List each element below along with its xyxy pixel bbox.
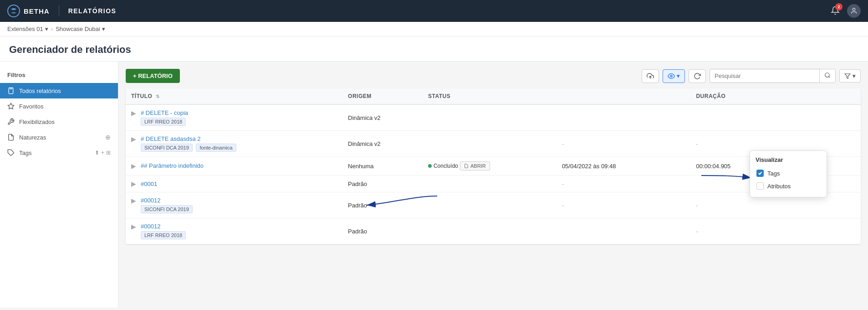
sort-icon: ⇅ (156, 94, 160, 99)
breadcrumb-separator: › (51, 26, 53, 32)
row1-duracao (690, 104, 774, 131)
sidebar-item-flexibilizados[interactable]: Flexibilizados (0, 114, 118, 129)
sidebar-label-favoritos: Favoritos (19, 103, 43, 110)
sidebar-item-todos[interactable]: Todos relatórios (0, 83, 118, 98)
row1-actions (774, 104, 861, 131)
table-row: ▶ # DELETE - copia LRF RREO 2018 Dinâmic… (126, 104, 861, 131)
breadcrumb: Extensões 01 ▾ › Showcase Dubai ▾ (0, 22, 868, 36)
play-button-6[interactable]: ▶ (131, 223, 136, 230)
checkbox-tags[interactable] (756, 170, 764, 177)
status-label: Concluído (434, 163, 458, 169)
page-header: Gerenciador de relatórios (0, 36, 868, 62)
upload-icon (647, 72, 654, 80)
report-link-2[interactable]: # DELETE asdasdsa 2 (141, 135, 201, 142)
chevron-down-icon-3: ▾ (677, 72, 680, 79)
tags-add-icon[interactable]: + (101, 150, 104, 156)
option-atributos-label: Atributos (767, 183, 791, 190)
play-button-5[interactable]: ▶ (131, 197, 136, 204)
row4-title-cell: ▶ #0001 (126, 176, 342, 192)
sidebar-item-naturezas[interactable]: Naturezas ⊕ (0, 129, 118, 145)
chevron-down-icon: ▾ (45, 26, 48, 32)
page-title: Gerenciador de relatórios (9, 44, 859, 56)
abrir-button[interactable]: ABRIR (460, 161, 490, 170)
upload-button[interactable] (642, 69, 659, 83)
option-atributos[interactable]: Atributos (756, 181, 821, 191)
search-input[interactable] (710, 70, 819, 82)
chevron-down-icon-2: ▾ (102, 26, 105, 32)
row3-origem: Nenhuma (342, 157, 423, 176)
row5-origem: Padrão (342, 192, 423, 218)
option-tags-label: Tags (767, 170, 780, 177)
view-toggle-button[interactable]: ▾ (663, 69, 685, 83)
sidebar-label-flexibilizados: Flexibilizados (19, 119, 55, 125)
table-header: TÍTULO ⇅ ORIGEM STATUS DURAÇÃO (126, 88, 861, 104)
row3-status: Concluído ABRIR (423, 157, 557, 176)
top-navigation: BETHA RELATÓRIOS 2 (0, 0, 868, 22)
row4-origem: Padrão (342, 176, 423, 192)
row1-status (423, 104, 557, 131)
refresh-icon (694, 72, 701, 80)
visualizar-popup: Visualizar Tags Atributos (750, 150, 827, 197)
sidebar-section-title: Filtros (0, 69, 118, 83)
breadcrumb-item-extensoes[interactable]: Extensões 01 ▾ (7, 26, 48, 32)
filter-button[interactable]: ▾ (839, 69, 861, 83)
report-link-4[interactable]: #0001 (141, 181, 157, 187)
popup-title: Visualizar (756, 156, 821, 163)
chevron-down-icon-4: ▾ (853, 72, 856, 79)
svg-point-7 (825, 73, 829, 77)
report-link-3[interactable]: ## Parâmetro indefinido (141, 162, 204, 169)
row6-origem: Padrão (342, 218, 423, 244)
report-link-5[interactable]: #00012 (141, 197, 160, 204)
svg-point-0 (8, 5, 20, 17)
main-layout: Filtros Todos relatórios Favoritos Flexi… (0, 62, 868, 307)
col-titulo[interactable]: TÍTULO ⇅ (126, 88, 342, 104)
table-row: ▶ #00012 LRF RREO 2018 Padrão - (126, 218, 861, 244)
tags-grid-icon[interactable]: ⊞ (106, 150, 111, 156)
add-report-button[interactable]: + RELATÓRIO (126, 69, 180, 83)
tag-badge-2a: SICONFI DCA 2019 (141, 144, 193, 152)
user-avatar[interactable] (847, 4, 861, 18)
betha-logo-icon (7, 5, 20, 17)
nav-title: RELATÓRIOS (68, 7, 117, 15)
sidebar-item-favoritos[interactable]: Favoritos (0, 98, 118, 114)
search-box (710, 69, 836, 83)
search-icon (824, 72, 831, 78)
play-button-4[interactable]: ▶ (131, 180, 136, 187)
row1-datahora (557, 104, 691, 131)
svg-rect-2 (10, 88, 12, 89)
play-button-1[interactable]: ▶ (131, 109, 136, 117)
col-origem: ORIGEM (342, 88, 423, 104)
content-area: + RELATÓRIO ▾ (118, 62, 868, 307)
refresh-button[interactable] (689, 69, 706, 83)
report-link-1[interactable]: # DELETE - copia (141, 109, 188, 116)
eye-icon (668, 72, 675, 80)
naturezas-actions: ⊕ (105, 134, 111, 141)
svg-marker-3 (8, 103, 14, 109)
play-button-3[interactable]: ▶ (131, 162, 136, 170)
tags-upload-icon[interactable]: ⬆ (95, 150, 99, 156)
row6-datahora (557, 218, 691, 244)
status-dot-green (428, 164, 432, 168)
search-button[interactable] (819, 69, 835, 83)
breadcrumb-item-showcase[interactable]: Showcase Dubai ▾ (56, 26, 105, 32)
tag-icon (7, 149, 15, 156)
col-datahora (557, 88, 691, 104)
tag-badge-1: LRF RREO 2018 (141, 118, 186, 126)
logo[interactable]: BETHA (7, 5, 50, 17)
row2-status (423, 131, 557, 157)
row5-datahora: - (557, 192, 691, 218)
report-link-6[interactable]: #00012 (141, 223, 160, 230)
play-button-2[interactable]: ▶ (131, 135, 136, 143)
option-tags[interactable]: Tags (756, 168, 821, 179)
col-duracao: DURAÇÃO (690, 88, 774, 104)
col-status: STATUS (423, 88, 557, 104)
checkbox-atributos[interactable] (756, 182, 764, 190)
svg-point-6 (670, 75, 672, 77)
sidebar-item-tags[interactable]: Tags ⬆ + ⊞ (0, 145, 118, 160)
row4-status (423, 176, 557, 192)
svg-marker-9 (845, 73, 850, 78)
nav-left: BETHA RELATÓRIOS (7, 5, 116, 17)
notifications-button[interactable]: 2 (831, 6, 840, 16)
notification-count: 2 (835, 3, 842, 10)
naturezas-add-icon[interactable]: ⊕ (105, 134, 111, 141)
